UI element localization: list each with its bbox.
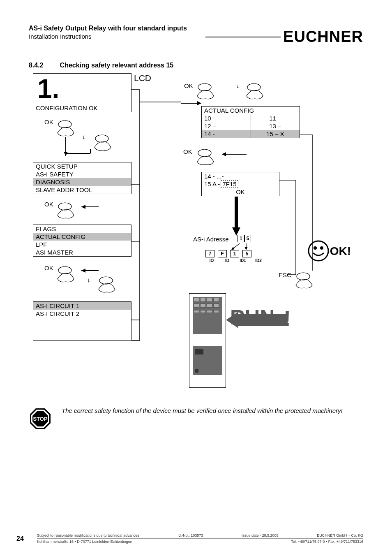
- id-label: ID2: [252, 258, 265, 263]
- id-code: 5: [242, 250, 251, 257]
- bracket-line: [300, 110, 321, 266]
- svg-point-1: [95, 135, 108, 142]
- addr-digit: 5: [244, 235, 251, 242]
- svg-text:STOP: STOP: [33, 416, 47, 422]
- section-title: Checking safety relevant address 15: [60, 62, 174, 69]
- config-ok-text: CONFIGURATION OK: [33, 104, 131, 112]
- ok-label: OK: [44, 264, 53, 271]
- ok-excl-text: OK!: [330, 245, 351, 258]
- svg-point-6: [58, 203, 71, 210]
- svg-marker-23: [231, 247, 235, 250]
- menu-item-selected: AS-I CIRCUIT 1: [33, 302, 131, 310]
- svg-marker-25: [244, 247, 248, 250]
- ok-label: OK: [44, 118, 53, 125]
- svg-point-13: [198, 83, 211, 91]
- config-cell: 13 –: [251, 122, 300, 130]
- arrow-icon: [181, 101, 205, 105]
- footer-text: Issue date - 28.5.2009: [242, 533, 279, 537]
- svg-marker-8: [81, 205, 85, 209]
- page-number: 24: [16, 535, 29, 542]
- doc-subtitle: Installation Instructions: [29, 33, 201, 41]
- hand-icon: [193, 81, 218, 102]
- footer-text: Tel. +49/711/75 97-0 • Fax. +49/711/7533…: [291, 540, 363, 544]
- ok-label: OK: [44, 201, 53, 208]
- menu-item: LPF: [33, 241, 131, 248]
- footer-text: Kohlhammerstraße 16 • D-70771 Leinfelden…: [37, 540, 132, 544]
- menu-item: QUICK SETUP: [33, 162, 131, 170]
- ok-label: OK: [184, 82, 193, 89]
- svg-marker-11: [81, 269, 85, 273]
- id-label: IO: [205, 258, 218, 263]
- svg-point-14: [247, 83, 261, 91]
- svg-marker-21: [232, 227, 240, 236]
- footer-text: EUCHNER GmbH + Co. KG: [317, 533, 363, 537]
- id-code: F: [218, 250, 227, 257]
- arrow-icon: [78, 205, 99, 209]
- menu-item: SLAVE ADDR TOOL: [33, 186, 131, 194]
- section-number: 8.4.2: [29, 62, 44, 69]
- config-cell-selected: 15 – X: [251, 130, 300, 138]
- config-cell: 12 –: [202, 122, 251, 130]
- id-code-box: 7F15: [221, 180, 238, 188]
- warning-text: The correct safety function of the devic…: [62, 407, 343, 414]
- svg-marker-19: [222, 152, 226, 156]
- addr-digit: 1: [238, 235, 244, 242]
- svg-point-17: [198, 149, 211, 157]
- svg-marker-16: [197, 101, 201, 105]
- menu-item-selected: ACTUAL CONFIG: [33, 233, 131, 241]
- detail-row: 15 A -: [202, 180, 220, 188]
- actual-config-title: ACTUAL CONFIG: [202, 107, 300, 114]
- detail-ok: OK: [202, 188, 279, 196]
- arrow-icon: [66, 137, 90, 162]
- hand-icon: [53, 201, 78, 221]
- footer-text: Id.-No.: 103573: [178, 533, 203, 537]
- id-label: ID1: [237, 258, 249, 263]
- run-excl: !: [284, 306, 291, 331]
- bracket-line: [131, 77, 144, 341]
- menu-item-selected: DIAGNOSIS: [33, 178, 131, 186]
- address-label: AS-i Adresse: [193, 236, 229, 243]
- diagram: LCD 1. CONFIGURATION OK OK ↓ QUICK SETUP…: [29, 73, 363, 402]
- step-number: 1.: [33, 74, 131, 104]
- thick-arrow-icon: [232, 197, 240, 236]
- config-cell-selected: 14 -: [202, 130, 251, 138]
- config-cell: 11 –: [251, 114, 300, 122]
- menu-item: AS-I SAFETY: [33, 170, 131, 178]
- hand-icon: [53, 118, 78, 139]
- down-label: ↓: [236, 82, 240, 89]
- hand-icon: [53, 264, 78, 285]
- svg-point-12: [99, 277, 113, 284]
- ok-label: OK: [183, 148, 192, 155]
- svg-point-0: [58, 120, 71, 128]
- stop-sign-icon: STOP: [29, 407, 52, 430]
- menu-item: AS-I CIRCUIT 2: [33, 310, 131, 317]
- detail-row: 14 - ...-: [202, 172, 279, 180]
- config-cell: 10 –: [202, 114, 251, 122]
- footer-text: Subject to reasonable modifications due …: [37, 533, 139, 537]
- device-icon: [189, 293, 226, 388]
- id-code: 1: [230, 250, 239, 257]
- brand-logo: EUCHNER: [283, 28, 363, 46]
- hand-icon: [90, 133, 115, 153]
- arrow-icon: [218, 152, 247, 156]
- arrow-icon: [78, 269, 99, 273]
- menu-item: ASI MASTER: [33, 248, 131, 256]
- id-label: ID: [221, 258, 233, 263]
- hand-icon: [242, 81, 267, 102]
- hand-icon: [193, 147, 218, 168]
- run-text: RUN: [230, 306, 274, 329]
- id-code: 7: [205, 250, 214, 257]
- hand-icon: [95, 275, 119, 295]
- svg-point-9: [58, 266, 71, 274]
- menu-item: FLAGS: [33, 225, 131, 233]
- down-label: ↓: [87, 276, 90, 283]
